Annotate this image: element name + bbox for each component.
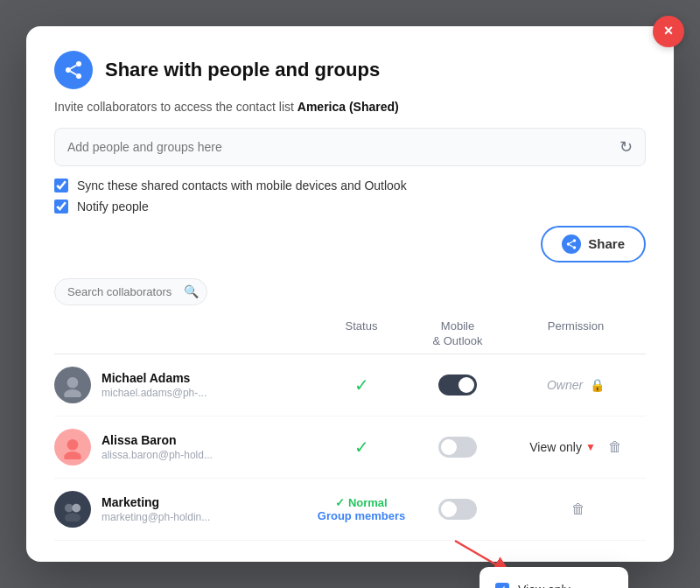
header-name [54,319,313,349]
collab-email: alissa.baron@ph-hold... [102,449,213,461]
svg-point-13 [64,452,81,459]
trash-icon[interactable]: 🗑 [608,439,622,455]
notify-checkbox[interactable] [54,200,68,214]
svg-point-0 [76,61,81,66]
modal-header: Share with people and groups [54,51,646,89]
dropdown-item-view-only[interactable]: ✓ View only [480,574,628,588]
collab-headers: Status Mobile& Outlook Permission [54,314,646,355]
header-mobile-outlook: Mobile& Outlook [410,319,506,349]
status-group[interactable]: Group members [313,509,410,522]
toggle-wrap [410,374,506,396]
collab-info-marketing: Marketing marketing@ph-holdin... [54,491,313,528]
dropdown-item-label: View only [518,583,570,588]
svg-point-10 [67,377,79,388]
table-row: Alissa Baron alissa.baron@ph-hold... ✓ V… [54,416,646,479]
search-icon: 🔍 [184,284,199,298]
avatar [54,491,91,528]
collaborators-section: 🔍 Status Mobile& Outlook Permission [54,278,646,542]
add-people-row[interactable]: ↻ [54,128,646,166]
share-btn-icon [562,234,581,254]
header-permission: Permission [506,319,646,349]
svg-point-16 [65,514,80,522]
share-modal: × Share with people and groups Invite co… [26,26,674,563]
lock-icon: 🔒 [590,378,605,392]
permission-label: View only [529,440,582,454]
permission-wrap: 🗑 [506,501,646,517]
permission-wrap: View only ▼ 🗑 [506,439,646,455]
svg-point-5 [573,239,577,242]
svg-point-12 [67,439,79,451]
mobile-toggle[interactable] [438,374,477,396]
collab-email: marketing@ph-holdin... [102,511,210,523]
svg-point-7 [573,246,577,249]
toggle-knob [458,377,474,393]
sync-checkbox[interactable] [54,178,68,192]
subtitle: Invite collaborators to access the conta… [54,100,646,114]
modal-title: Share with people and groups [105,59,380,81]
status-normal-text: ✓ Normal [313,496,410,509]
add-people-input[interactable] [67,140,620,154]
collab-name: Michael Adams [102,371,206,385]
status-normal: ✓ Normal Group members [313,496,410,522]
table-row: Marketing marketing@ph-holdin... ✓ Norma… [54,479,646,541]
permission-dropdown[interactable]: View only ▼ [529,440,596,454]
sync-label: Sync these shared contacts with mobile d… [77,178,407,192]
toggle-knob [441,501,457,517]
svg-point-6 [567,242,570,246]
status-check: ✓ [313,374,410,396]
collab-info-michael: Michael Adams michael.adams@ph-... [54,367,313,403]
collab-info-alissa: Alissa Baron alissa.baron@ph-hold... [54,429,313,466]
svg-point-11 [64,389,81,397]
svg-point-1 [66,67,71,73]
header-status: Status [313,319,410,349]
svg-point-2 [76,74,81,79]
search-input-wrap: 🔍 [54,278,207,305]
svg-line-3 [71,71,77,74]
svg-point-15 [72,504,80,513]
permission-wrap: Owner 🔒 [506,378,646,392]
permission-dropdown-menu: ✓ View only Can edit Can delete Can resh… [480,567,628,588]
collab-search-row: 🔍 [54,278,646,305]
collab-name: Alissa Baron [102,433,213,447]
svg-line-8 [570,244,573,246]
svg-point-14 [65,504,74,513]
permission-label: Owner [547,378,583,392]
mobile-toggle[interactable] [438,437,477,458]
toggle-wrap [410,437,506,458]
toggle-knob [441,439,457,455]
sync-checkbox-row: Sync these shared contacts with mobile d… [54,178,646,192]
collab-name: Marketing [102,495,210,509]
close-button[interactable]: × [653,16,684,47]
share-button[interactable]: Share [541,226,646,262]
collab-details: Marketing marketing@ph-holdin... [102,495,210,523]
share-btn-label: Share [588,236,625,251]
checked-checkbox-icon: ✓ [495,583,509,588]
table-row: Michael Adams michael.adams@ph-... ✓ Own… [54,354,646,416]
status-check: ✓ [313,437,410,458]
mobile-toggle[interactable] [438,499,477,520]
collab-details: Michael Adams michael.adams@ph-... [102,371,206,399]
notify-checkbox-row: Notify people [54,200,646,214]
chevron-down-icon: ▼ [585,441,596,453]
svg-line-4 [71,65,77,68]
refresh-icon[interactable]: ↻ [620,137,633,157]
avatar [54,367,91,403]
share-icon [54,51,93,89]
share-btn-row: Share [54,226,646,262]
trash-icon[interactable]: 🗑 [571,501,585,517]
collab-details: Alissa Baron alissa.baron@ph-hold... [102,433,213,461]
avatar [54,429,91,466]
toggle-wrap [410,499,506,520]
collab-email: michael.adams@ph-... [102,387,206,399]
svg-line-9 [570,241,573,242]
notify-label: Notify people [77,200,149,214]
